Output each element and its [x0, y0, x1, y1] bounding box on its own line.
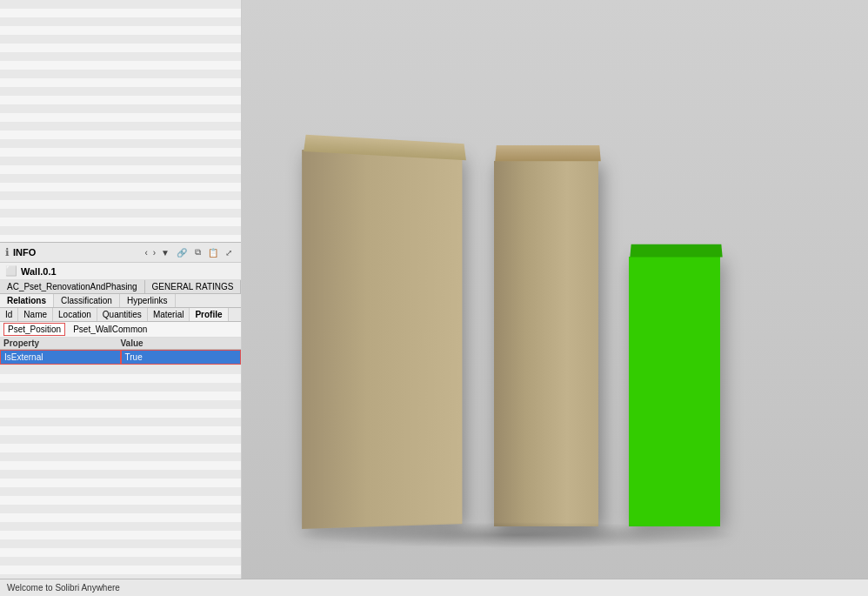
prop-tabs-row: Id Name Location Quantities Material Pro… — [0, 308, 241, 322]
striped-bottom-area — [0, 365, 241, 596]
wall-left — [302, 150, 462, 529]
prop-table-headers: Property Value — [0, 338, 241, 350]
tab-general-ratings[interactable]: GENERAL RATINGS — [145, 280, 242, 293]
wall-icon: ⬜ — [5, 265, 17, 277]
tab-relations[interactable]: Relations — [0, 294, 54, 307]
scene-container — [242, 0, 868, 596]
copy-icon[interactable]: ⧉ — [190, 245, 204, 259]
prop-tab-profile[interactable]: Profile — [190, 308, 228, 321]
info-toolbar: 🔗 ⧉ 📋 ⤢ — [175, 245, 236, 259]
wall-right-top — [630, 244, 722, 258]
table-row[interactable]: IsExternal True — [0, 350, 241, 365]
nav-back-button[interactable]: ‹ — [143, 247, 149, 258]
prop-cell-property: IsExternal — [0, 350, 121, 365]
floor-shadow — [294, 522, 738, 548]
wall-middle-top — [495, 145, 601, 161]
left-panel: ℹ INFO ‹ › ▼ 🔗 ⧉ 📋 ⤢ ⬜ Wall.0.1 — [0, 0, 242, 596]
tab-ac-pset[interactable]: AC_Pset_RenovationAndPhasing — [0, 280, 145, 293]
pset-row: Pset_Position Pset_WallCommon — [0, 322, 241, 338]
paste-icon[interactable]: 📋 — [206, 245, 220, 259]
striped-top-area — [0, 0, 241, 242]
info-nav: ‹ › ▼ — [143, 247, 171, 258]
prop-tab-material[interactable]: Material — [148, 308, 190, 321]
prop-tab-location[interactable]: Location — [53, 308, 97, 321]
prop-table: IsExternal True — [0, 350, 241, 365]
status-text: Welcome to Solibri Anywhere — [7, 583, 120, 593]
prop-cell-value: True — [121, 350, 242, 365]
info-header: ℹ INFO ‹ › ▼ 🔗 ⧉ 📋 ⤢ — [0, 243, 241, 263]
link-icon[interactable]: 🔗 — [175, 245, 189, 259]
tabs-row1: AC_Pset_RenovationAndPhasing GENERAL RAT… — [0, 280, 241, 294]
tab-hyperlinks[interactable]: Hyperlinks — [120, 294, 176, 307]
tab-classification[interactable]: Classification — [54, 294, 120, 307]
wall-right — [629, 257, 720, 526]
status-bar: Welcome to Solibri Anywhere — [0, 579, 868, 596]
info-icon: ℹ — [5, 246, 10, 258]
viewport — [242, 0, 868, 596]
nav-menu-button[interactable]: ▼ — [159, 247, 171, 258]
object-name-row: ⬜ Wall.0.1 — [0, 263, 241, 280]
object-name-label: Wall.0.1 — [21, 266, 57, 277]
expand-icon[interactable]: ⤢ — [222, 245, 236, 259]
info-panel: ℹ INFO ‹ › ▼ 🔗 ⧉ 📋 ⤢ ⬜ Wall.0.1 — [0, 242, 241, 365]
pset-position[interactable]: Pset_Position — [3, 323, 65, 336]
prop-tab-id[interactable]: Id — [0, 308, 18, 321]
prop-tab-quantities[interactable]: Quantities — [97, 308, 148, 321]
prop-tab-name[interactable]: Name — [18, 308, 53, 321]
tabs-row2: Relations Classification Hyperlinks — [0, 294, 241, 308]
nav-forward-button[interactable]: › — [151, 247, 157, 258]
prop-header-property: Property — [3, 338, 121, 348]
info-title: INFO — [13, 247, 139, 258]
pset-wallcommon[interactable]: Pset_WallCommon — [69, 323, 151, 336]
wall-middle — [494, 161, 598, 526]
prop-header-value: Value — [121, 338, 238, 348]
